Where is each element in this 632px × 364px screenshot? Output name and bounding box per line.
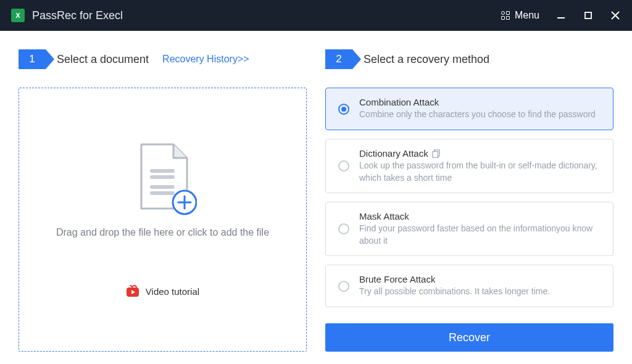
svg-rect-7 — [150, 191, 175, 195]
copy-icon — [432, 149, 441, 158]
radio-icon — [338, 104, 349, 115]
step2-panel: 2 Select a recovery method Combination A… — [325, 49, 613, 352]
file-dropzone[interactable]: Drag and drop the file here or click to … — [19, 88, 307, 352]
maximize-icon — [584, 11, 592, 20]
step1-title: Select a document — [57, 53, 149, 66]
method-dictionary-attack[interactable]: Dictionary Attack Look up the password f… — [325, 139, 613, 193]
method-title: Dictionary Attack — [359, 148, 602, 159]
method-title: Brute Force Attack — [359, 274, 602, 284]
svg-rect-5 — [150, 175, 175, 179]
radio-icon — [338, 281, 349, 292]
method-desc: Look up the password from the built-in o… — [359, 160, 602, 184]
app-logo-icon: X — [11, 9, 25, 22]
minimize-button[interactable] — [555, 10, 567, 21]
svg-rect-4 — [150, 169, 175, 173]
video-icon — [126, 285, 139, 297]
main-content: 1 Select a document Recovery History>> — [0, 31, 632, 364]
step2-badge: 2 — [325, 49, 352, 69]
recovery-method-list: Combination Attack Combine only the char… — [325, 88, 613, 307]
method-title: Combination Attack — [359, 97, 602, 107]
menu-label: Menu — [515, 10, 539, 21]
method-desc: Find your password faster based on the i… — [359, 223, 602, 247]
svg-rect-1 — [585, 12, 591, 19]
method-brute-force-attack[interactable]: Brute Force Attack Try all possible comb… — [325, 265, 613, 307]
close-icon — [610, 10, 620, 20]
svg-rect-14 — [433, 151, 438, 157]
method-title: Mask Attack — [359, 211, 602, 221]
video-tutorial-link[interactable]: Video tutorial — [126, 285, 199, 297]
minimize-icon — [557, 11, 565, 20]
app-window: X PassRec for Execl Menu 1 — [0, 0, 632, 364]
dropzone-hint: Drag and drop the file here or click to … — [56, 227, 269, 238]
close-button[interactable] — [610, 10, 621, 21]
maximize-button[interactable] — [583, 10, 594, 21]
recovery-history-link[interactable]: Recovery History>> — [162, 54, 249, 65]
menu-grid-icon — [501, 11, 510, 20]
menu-button[interactable]: Menu — [501, 10, 539, 21]
radio-icon — [338, 223, 349, 234]
radio-icon — [338, 160, 349, 172]
step1-panel: 1 Select a document Recovery History>> — [19, 49, 307, 352]
step2-title: Select a recovery method — [364, 53, 489, 66]
titlebar: X PassRec for Execl Menu — [0, 0, 632, 31]
method-combination-attack[interactable]: Combination Attack Combine only the char… — [325, 88, 613, 130]
document-add-icon — [135, 142, 191, 210]
method-desc: Combine only the characters you choose t… — [359, 109, 602, 121]
app-title: PassRec for Execl — [32, 9, 501, 22]
titlebar-controls: Menu — [501, 10, 621, 21]
step1-header: 1 Select a document Recovery History>> — [19, 49, 307, 69]
svg-rect-6 — [150, 185, 175, 189]
method-desc: Try all possible combinations. It takes … — [359, 286, 602, 298]
recover-button[interactable]: Recover — [325, 323, 613, 352]
video-tutorial-label: Video tutorial — [146, 286, 199, 297]
step2-header: 2 Select a recovery method — [325, 49, 613, 69]
step1-badge: 1 — [19, 49, 46, 69]
method-mask-attack[interactable]: Mask Attack Find your password faster ba… — [325, 202, 613, 256]
